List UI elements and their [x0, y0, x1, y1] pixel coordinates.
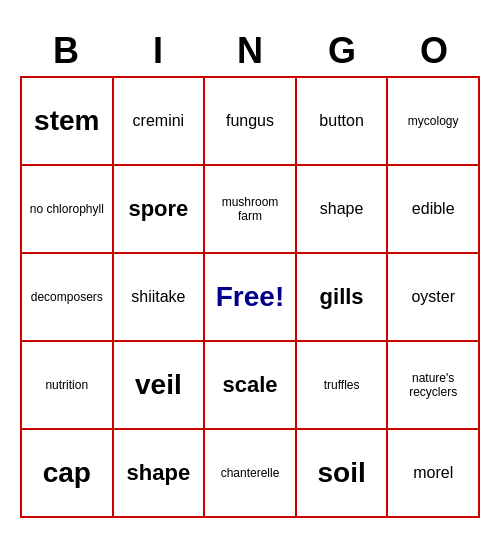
cell-text: veil [135, 368, 182, 402]
cell-r1-c3: shape [297, 166, 389, 254]
cell-r0-c0: stem [22, 78, 114, 166]
cell-r4-c3: soil [297, 430, 389, 518]
cell-text: scale [222, 372, 277, 398]
cell-text: shape [320, 199, 364, 218]
cell-text: cap [43, 456, 91, 490]
cell-r1-c0: no chlorophyll [22, 166, 114, 254]
cell-text: oyster [411, 287, 455, 306]
cell-text: gills [320, 284, 364, 310]
cell-text: truffles [324, 378, 360, 392]
cell-text: mushroom farm [209, 195, 291, 224]
cell-text: stem [34, 104, 99, 138]
header-letter: G [296, 26, 388, 76]
cell-r3-c1: veil [114, 342, 206, 430]
cell-text: spore [128, 196, 188, 222]
cell-text: Free! [216, 280, 284, 314]
cell-r2-c2: Free! [205, 254, 297, 342]
cell-text: cremini [133, 111, 185, 130]
cell-text: mycology [408, 114, 459, 128]
cell-text: no chlorophyll [30, 202, 104, 216]
cell-text: nutrition [45, 378, 88, 392]
cell-r1-c1: spore [114, 166, 206, 254]
cell-r2-c3: gills [297, 254, 389, 342]
cell-r3-c2: scale [205, 342, 297, 430]
header-letter: I [112, 26, 204, 76]
cell-r3-c0: nutrition [22, 342, 114, 430]
cell-text: chanterelle [221, 466, 280, 480]
cell-r0-c4: mycology [388, 78, 480, 166]
header-letter: O [388, 26, 480, 76]
cell-text: morel [413, 463, 453, 482]
bingo-grid: stemcreminifungusbuttonmycologyno chloro… [20, 76, 480, 518]
bingo-header: BINGO [20, 26, 480, 76]
cell-r1-c4: edible [388, 166, 480, 254]
cell-r2-c0: decomposers [22, 254, 114, 342]
header-letter: B [20, 26, 112, 76]
cell-r2-c1: shiitake [114, 254, 206, 342]
bingo-card: BINGO stemcreminifungusbuttonmycologyno … [20, 26, 480, 518]
cell-r3-c4: nature's recyclers [388, 342, 480, 430]
cell-r4-c0: cap [22, 430, 114, 518]
cell-text: fungus [226, 111, 274, 130]
cell-r2-c4: oyster [388, 254, 480, 342]
cell-text: button [319, 111, 363, 130]
cell-text: edible [412, 199, 455, 218]
cell-r4-c4: morel [388, 430, 480, 518]
cell-r0-c3: button [297, 78, 389, 166]
cell-text: shiitake [131, 287, 185, 306]
cell-r0-c2: fungus [205, 78, 297, 166]
cell-r4-c2: chanterelle [205, 430, 297, 518]
cell-r4-c1: shape [114, 430, 206, 518]
cell-text: soil [317, 456, 365, 490]
cell-r3-c3: truffles [297, 342, 389, 430]
cell-r0-c1: cremini [114, 78, 206, 166]
cell-text: nature's recyclers [392, 371, 474, 400]
cell-r1-c2: mushroom farm [205, 166, 297, 254]
cell-text: shape [127, 460, 191, 486]
header-letter: N [204, 26, 296, 76]
cell-text: decomposers [31, 290, 103, 304]
